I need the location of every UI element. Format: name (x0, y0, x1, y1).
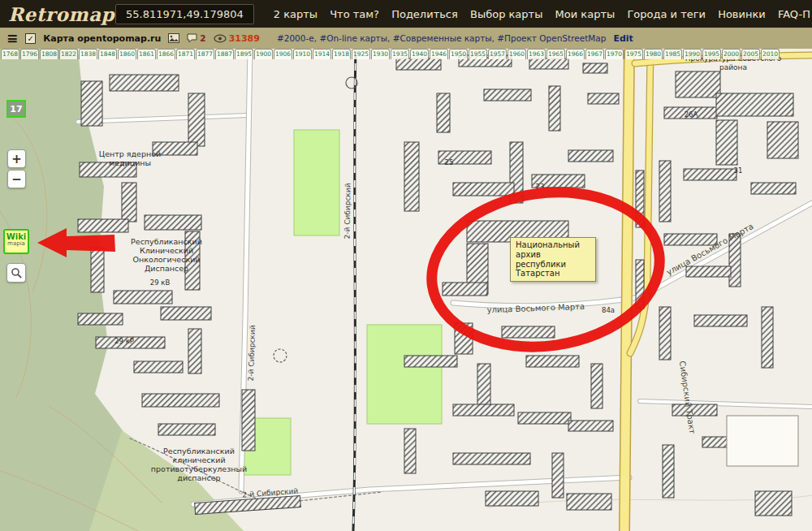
year-tab[interactable]: 1966 (566, 49, 585, 59)
year-tab[interactable]: 1995 (702, 49, 721, 59)
svg-text:26А: 26А (685, 110, 698, 119)
zoom-in-button[interactable]: + (7, 149, 26, 168)
tooltip-line: Татарстан (516, 269, 590, 278)
tooltip-line: архив (516, 250, 590, 260)
search-icon (11, 267, 22, 278)
year-tab[interactable]: 1861 (137, 49, 156, 59)
year-tab[interactable]: 1935 (391, 49, 409, 59)
menu-item[interactable]: Поделиться (391, 8, 458, 20)
year-tab[interactable]: 1970 (605, 49, 624, 59)
svg-text:района: района (719, 63, 747, 71)
year-tab[interactable]: 1940 (410, 49, 429, 59)
map-layer-label[interactable]: Карта opentopomap.ru (43, 33, 161, 44)
year-tab[interactable]: 1960 (508, 49, 526, 59)
year-tab[interactable]: 1768 (1, 49, 19, 59)
year-tab[interactable]: 1887 (215, 49, 234, 59)
retromap-app: Retromap 55.811971,49.179804 2 картыЧто … (0, 0, 812, 531)
tooltip-line: Национальный (516, 240, 590, 250)
svg-text:противотуберкулезный: противотуберкулезный (151, 464, 247, 473)
year-tab[interactable]: 1796 (20, 49, 39, 59)
year-tab[interactable]: 1950 (449, 49, 468, 59)
svg-text:медицины: медицины (109, 158, 151, 167)
svg-text:31: 31 (734, 166, 743, 175)
year-tab[interactable]: 2010 (761, 49, 780, 59)
svg-text:Диспансер: Диспансер (145, 264, 188, 273)
year-tab[interactable]: 1930 (371, 49, 390, 59)
year-tab[interactable]: 1848 (98, 49, 117, 59)
year-tab[interactable]: 2005 (741, 49, 760, 59)
app-logo[interactable]: Retromap (8, 3, 115, 25)
year-tab[interactable]: 1860 (118, 49, 136, 59)
year-tab[interactable]: 1967 (585, 49, 604, 59)
hamburger-menu-icon[interactable]: ≡ (6, 32, 18, 45)
edit-link[interactable]: Edit (613, 33, 633, 44)
year-tab[interactable]: 1918 (332, 49, 351, 59)
map-canvas[interactable]: Центр ядерной медицины Республиканский К… (0, 49, 812, 531)
coordinates-display[interactable]: 55.811971,49.179804 (115, 4, 254, 24)
views-count: 31389 (229, 33, 260, 44)
tooltip-line: республики (516, 260, 590, 270)
year-tab[interactable]: 1871 (176, 49, 195, 59)
year-tab[interactable]: 1957 (488, 49, 507, 59)
eye-icon (214, 34, 227, 43)
year-tab[interactable]: 1955 (469, 49, 487, 59)
hashtag-links[interactable]: #2000-е, #On-line карты, #Современные ка… (277, 33, 607, 43)
svg-text:клинический: клинический (172, 455, 225, 464)
year-tab[interactable]: 1965 (546, 49, 565, 59)
svg-text:84а: 84а (602, 306, 615, 314)
year-tab[interactable]: 1866 (157, 49, 175, 59)
svg-text:2-й Сибирский: 2-й Сибирский (343, 183, 352, 239)
menu-item[interactable]: Что там? (330, 8, 379, 20)
svg-text:29 кВ: 29 кВ (150, 278, 171, 287)
comments-indicator[interactable]: 2 (187, 33, 205, 43)
wikimapia-label-bottom: mapia (5, 241, 28, 247)
map-container[interactable]: Центр ядерной медицины Республиканский К… (0, 49, 812, 531)
search-button[interactable] (6, 263, 26, 283)
year-tab[interactable]: 1946 (430, 49, 448, 59)
svg-text:Онкологический: Онкологический (132, 255, 200, 264)
comment-icon (187, 33, 197, 43)
year-tab[interactable]: 1985 (663, 49, 682, 59)
menu-item[interactable]: FAQ-П (778, 8, 810, 20)
menu-item[interactable]: Новинки (718, 8, 766, 20)
image-icon[interactable] (168, 33, 179, 43)
year-tab[interactable]: 1925 (352, 49, 370, 59)
year-tab[interactable]: 1914 (313, 49, 331, 59)
year-tab[interactable]: 1975 (624, 49, 643, 59)
menu-item[interactable]: Выбор карты (470, 8, 542, 20)
year-tab[interactable]: 1906 (274, 49, 292, 59)
year-tab[interactable]: 1895 (235, 49, 253, 59)
header: Retromap 55.811971,49.179804 2 картыЧто … (0, 0, 812, 28)
svg-text:Республиканский: Республиканский (163, 447, 235, 455)
year-tab[interactable]: 1910 (293, 49, 312, 59)
svg-text:Клинический: Клинический (140, 246, 193, 255)
menu-item[interactable]: Города и теги (627, 8, 706, 20)
map-tooltip: Национальный архив республики Татарстан (510, 237, 596, 282)
year-tabs-row: 1768179618081822183818481860186118661871… (0, 49, 812, 61)
image-icon-glyph (168, 33, 179, 43)
svg-text:23: 23 (536, 183, 545, 191)
year-tab[interactable]: 1900 (254, 49, 273, 59)
menu-item[interactable]: Мои карты (555, 8, 615, 20)
year-tab[interactable]: 1990 (683, 49, 702, 59)
year-tab[interactable]: 1877 (196, 49, 214, 59)
wikimapia-button[interactable]: Wiki mapia (3, 229, 29, 254)
menu-item[interactable]: 2 карты (274, 8, 317, 20)
svg-text:Центр ядерной: Центр ядерной (99, 149, 161, 158)
year-tab[interactable]: 1963 (527, 49, 546, 59)
views-indicator: 31389 (214, 33, 260, 44)
year-tab[interactable]: 1822 (59, 49, 78, 59)
svg-text:25: 25 (445, 158, 454, 166)
zoom-out-button[interactable]: − (7, 170, 26, 188)
year-tab[interactable]: 2000 (722, 49, 741, 59)
year-tab[interactable]: 1980 (644, 49, 663, 59)
map-layer-checkbox[interactable]: ✓ (25, 33, 36, 44)
toolbar: ≡ ✓ Карта opentopomap.ru 2 31389 #2000-е… (0, 28, 812, 49)
year-tab[interactable]: 1838 (79, 49, 97, 59)
header-menu: 2 картыЧто там?ПоделитьсяВыбор картыМои … (257, 8, 812, 20)
year-tab[interactable]: 1808 (40, 49, 58, 59)
zoom-level-indicator[interactable]: 17 (6, 100, 26, 118)
svg-text:Республиканский: Республиканский (131, 237, 202, 246)
comments-count: 2 (200, 33, 205, 43)
building-outline (727, 416, 798, 466)
